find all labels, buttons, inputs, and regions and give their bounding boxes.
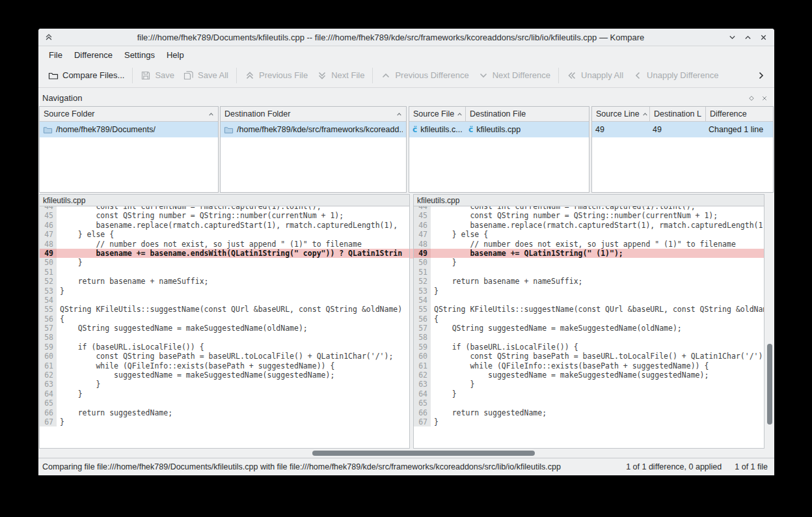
folder-icon xyxy=(43,125,53,135)
line-number: 55 xyxy=(414,305,431,314)
source-code-view[interactable]: 44 const int currentNum = rmatch.capture… xyxy=(39,206,410,449)
maximize-icon[interactable] xyxy=(744,33,752,42)
line-number: 52 xyxy=(40,277,57,286)
line-number: 65 xyxy=(414,398,431,408)
horizontal-scrollbar-thumb[interactable] xyxy=(312,451,535,456)
menu-settings[interactable]: Settings xyxy=(118,48,161,63)
code-text: } xyxy=(57,380,409,389)
source-folder-row[interactable]: /home/fhek789/Documents/ xyxy=(40,122,218,137)
code-text: } xyxy=(57,258,409,267)
window-controls xyxy=(728,33,768,42)
code-text: { xyxy=(431,314,764,324)
line-number: 47 xyxy=(414,230,431,239)
toolbar-button-label: Unapply All xyxy=(581,70,623,80)
code-line-65: 65 xyxy=(40,398,409,408)
line-number: 49 xyxy=(414,249,431,258)
line-number: 67 xyxy=(414,417,431,426)
save-icon xyxy=(141,70,151,81)
code-line-67: 67} xyxy=(40,417,409,426)
code-text: QString suggestedName = makeSuggestedNam… xyxy=(431,324,764,333)
close-icon[interactable] xyxy=(759,33,768,42)
toolbar-button-label: Next File xyxy=(331,70,364,80)
horizontal-scrollbar[interactable] xyxy=(39,449,765,457)
code-text: const QString number = QString::number(c… xyxy=(57,211,409,220)
toolbar-button-save-all: Save All xyxy=(179,67,233,84)
line-number: 61 xyxy=(40,361,57,370)
code-line-58: 58 xyxy=(414,333,764,342)
code-line-62: 62 suggestedName = makeSuggestedName(sug… xyxy=(414,370,764,380)
code-line-65: 65 xyxy=(414,398,764,408)
code-text: basename.replace(rmatch.capturedStart(1)… xyxy=(431,221,764,230)
code-text: QString KFileUtils::suggestName(const QU… xyxy=(57,305,409,314)
line-number: 51 xyxy=(40,268,57,277)
source-folder-header-label: Source Folder xyxy=(44,109,95,119)
line-number: 67 xyxy=(40,417,57,426)
code-line-47: 47 } else { xyxy=(414,230,764,239)
source-file-column-header[interactable]: Source File xyxy=(409,107,465,121)
line-number: 61 xyxy=(414,361,431,370)
code-text xyxy=(57,268,409,277)
file-row[interactable]: kfileutils.c... kfileutils.cpp xyxy=(409,122,589,137)
toolbar-button-label: Save xyxy=(155,70,174,80)
source-folder-list: Source Folder /home/fhek789/Documents/ xyxy=(39,106,219,193)
code-line-51: 51 xyxy=(414,268,764,277)
code-text: return basename + nameSuffix; xyxy=(57,277,409,286)
destination-folder-row[interactable]: /home/fhek789/kde/src/frameworks/kcoread… xyxy=(221,122,406,137)
code-text: } xyxy=(431,389,764,398)
chevron-down-icon xyxy=(478,70,489,81)
line-number: 59 xyxy=(414,342,431,352)
code-text xyxy=(431,268,764,277)
code-line-48: 48 // number does not exist, so just app… xyxy=(414,240,764,249)
vertical-scrollbar[interactable] xyxy=(766,194,774,449)
menu-difference[interactable]: Difference xyxy=(68,48,118,63)
code-text: while (QFileInfo::exists(basePath + sugg… xyxy=(431,361,764,370)
destination-file-column-header[interactable]: Destination File xyxy=(465,107,589,121)
code-line-66: 66 return suggestedName; xyxy=(414,408,764,417)
difference-list-header: Source Line Destination Line Difference xyxy=(592,107,773,122)
menu-help[interactable]: Help xyxy=(161,48,190,63)
line-number: 55 xyxy=(40,305,57,314)
toolbar-button-compare-files[interactable]: Compare Files... xyxy=(44,67,129,84)
code-text: basename.replace(rmatch.capturedStart(1)… xyxy=(57,221,409,230)
source-line-column-header[interactable]: Source Line xyxy=(592,107,649,121)
destination-code-view[interactable]: 44 const int currentNum = rmatch.capture… xyxy=(413,206,765,449)
difference-row[interactable]: 49 49 Changed 1 line xyxy=(592,122,773,137)
code-line-49[interactable]: 49 basename += basename.endsWith(QLatin1… xyxy=(40,249,409,258)
code-line-46: 46 basename.replace(rmatch.capturedStart… xyxy=(414,221,764,230)
destination-line-header-label: Destination Line xyxy=(654,109,701,119)
toolbar-separator xyxy=(132,68,133,83)
shade-icon[interactable] xyxy=(44,33,53,42)
destination-folder-column-header[interactable]: Destination Folder xyxy=(221,107,406,121)
code-line-53: 53} xyxy=(40,286,409,296)
dock-close-icon[interactable] xyxy=(761,95,768,102)
chevron-left-icon xyxy=(632,70,643,81)
difference-column-header[interactable]: Difference xyxy=(705,107,773,121)
toolbar-button-previous-difference: Previous Difference xyxy=(376,67,473,84)
vertical-scrollbar-thumb[interactable] xyxy=(767,344,772,425)
destination-file-header-label: Destination File xyxy=(470,109,526,119)
code-text: basename += QLatin1String(" (1)"); xyxy=(431,249,764,258)
code-text: const QString basePath = baseURL.toLocal… xyxy=(57,352,409,361)
code-text: const int currentNum = rmatch.captured(1… xyxy=(431,206,764,211)
code-line-46: 46 basename.replace(rmatch.capturedStart… xyxy=(40,221,409,230)
source-folder-column-header[interactable]: Source Folder xyxy=(40,107,218,121)
line-number: 48 xyxy=(414,240,431,249)
status-difference-count: 1 of 1 difference, 0 applied xyxy=(626,462,722,471)
code-line-50: 50 } xyxy=(414,258,764,267)
toolbar-overflow-icon[interactable] xyxy=(753,68,769,83)
line-number: 65 xyxy=(40,398,57,408)
line-number: 60 xyxy=(414,352,431,361)
code-line-49[interactable]: 49 basename += QLatin1String(" (1)"); xyxy=(414,249,764,258)
left-pane-lines: 44 const int currentNum = rmatch.capture… xyxy=(40,206,409,426)
line-number: 45 xyxy=(40,211,57,220)
menu-file[interactable]: File xyxy=(43,48,68,63)
status-file-count: 1 of 1 file xyxy=(735,462,768,471)
minimize-icon[interactable] xyxy=(728,33,737,42)
line-number: 46 xyxy=(414,221,431,230)
code-line-52: 52 return basename + nameSuffix; xyxy=(414,277,764,286)
titlebar[interactable]: file:///home/fhek789/Documents/kfileutil… xyxy=(38,29,774,46)
code-line-53: 53} xyxy=(414,286,764,296)
line-number: 64 xyxy=(40,389,57,398)
dock-float-icon[interactable] xyxy=(748,95,755,102)
destination-line-column-header[interactable]: Destination Line xyxy=(649,107,705,121)
